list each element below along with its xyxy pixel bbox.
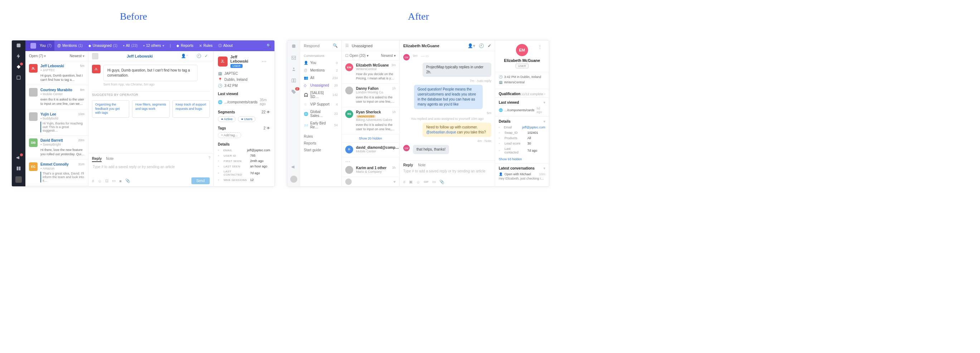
logo-icon[interactable]	[291, 43, 297, 49]
megaphone-icon[interactable]	[291, 164, 297, 170]
nav-item--sales-sd-[interactable]: 🎧[SALES] SD…142	[300, 89, 341, 100]
details-header[interactable]: Details	[499, 119, 511, 123]
bookmark-icon[interactable]: ▣	[409, 180, 412, 184]
composer-input[interactable]: Type # to add a saved reply or try sendi…	[403, 167, 491, 180]
conversation-footer-item[interactable]: Karim and 1 other3hMario & Company	[342, 163, 399, 177]
conversation-item[interactable]: JLJeff Lebowski5m▪JAPTECHi guys, Dumb qu…	[25, 61, 88, 85]
tag-icon[interactable]: 2	[291, 89, 297, 95]
topbar-all[interactable]: ▪All(23)	[120, 40, 140, 51]
tab-reply[interactable]: Reply	[403, 163, 413, 167]
filter-open[interactable]: ☐ Open (20) ▾	[345, 54, 369, 57]
nav-item-early-bird-re-[interactable]: 📨Early Bird Re…54	[300, 119, 341, 131]
more-icon[interactable]: ⋯	[258, 57, 270, 66]
chevron-down-icon[interactable]: ▾	[544, 100, 545, 105]
add-tag-button[interactable]: + Add tag…	[218, 132, 241, 138]
send-button[interactable]: Send	[191, 177, 210, 184]
chevron-right-icon[interactable]: ›	[544, 92, 545, 96]
conversation-item[interactable]: Yujin Lee10m▪buddybuildHi Yujin, thanks …	[25, 110, 88, 135]
mention[interactable]: @sebastian.duque	[426, 130, 456, 134]
box-icon[interactable]	[16, 75, 21, 81]
conversation-item[interactable]: Courtney Murabito8m▪Mobile Centereven th…	[25, 85, 88, 109]
show-hidden-link[interactable]: Show 93 hidden	[495, 157, 549, 163]
emoji-icon[interactable]: ☺	[98, 179, 102, 183]
gif-icon[interactable]: ⊡	[105, 178, 108, 183]
hash-icon[interactable]: #	[92, 179, 94, 183]
conversation-item[interactable]: DBDavid Barrett20m▪SweepBrightHi there, …	[25, 135, 88, 159]
menu-icon[interactable]: ☰	[345, 43, 349, 48]
image-icon[interactable]: ▭	[112, 178, 116, 183]
attachment-icon[interactable]: 📎	[439, 180, 444, 184]
segment-pill[interactable]: ● Active	[218, 116, 236, 122]
more-icon[interactable]: ⋯	[342, 157, 399, 163]
inbox-icon[interactable]	[291, 55, 297, 60]
megaphone-icon[interactable]	[16, 155, 21, 161]
more-icon[interactable]: ⋮	[534, 43, 546, 51]
nav-item-global-sales-[interactable]: 🌐Global Sales…23	[300, 108, 341, 119]
heart-icon[interactable]: ♥	[393, 180, 396, 184]
nav-item-unassigned[interactable]: ◇Unassigned20	[300, 81, 341, 89]
snooze-icon[interactable]: 🕘	[196, 54, 202, 58]
nav-item-vip-support[interactable]: ☆VIP Support4	[300, 100, 341, 108]
qualification-header[interactable]: Qualification	[499, 92, 520, 96]
suggestion-card[interactable]: Keep track of support requests and bugs	[172, 100, 210, 118]
sort-newest[interactable]: Newest ▾	[381, 54, 396, 57]
tag-icon[interactable]	[16, 64, 21, 70]
topbar-you[interactable]: You(7)	[25, 40, 54, 51]
nav-link[interactable]: Reports	[304, 140, 338, 146]
nav-item-mentions[interactable]: @Mentions2	[300, 67, 341, 74]
topbar-about[interactable]: ⓘAbout	[215, 40, 235, 51]
conversation-item[interactable]: RSRyan Sherlock UNSNOOZED1hBiking Advent…	[342, 107, 399, 135]
snooze-icon[interactable]: 🕘	[479, 43, 484, 48]
conversation-item[interactable]: ZZandi30m▪Kentico Cloud	[25, 186, 88, 186]
nav-item-all[interactable]: 👥All234	[300, 74, 341, 81]
suggestion-card[interactable]: How filters, segments and tags work	[132, 100, 169, 118]
show-hidden-link[interactable]: Show 20 hidden	[342, 135, 399, 143]
nav-link[interactable]: Rules	[304, 133, 338, 140]
composer-input[interactable]: Type # to add a saved reply or try sendi…	[92, 162, 210, 177]
image-icon[interactable]: ▭	[432, 180, 436, 184]
segment-pill[interactable]: ● Users	[238, 116, 256, 122]
topbar-others[interactable]: ▪12 others▾	[141, 40, 167, 51]
user-avatar[interactable]	[290, 176, 298, 183]
lightning-icon[interactable]	[16, 53, 21, 59]
gif-icon[interactable]: GIF	[424, 180, 428, 183]
topbar-unassigned[interactable]: ◆Unassigned(1)	[86, 40, 120, 51]
topbar-reports[interactable]: ◆Reports	[173, 40, 196, 51]
nav-link[interactable]: Start guide	[304, 146, 338, 153]
video-icon[interactable]: ■	[119, 179, 122, 183]
help-icon[interactable]: ?	[208, 156, 210, 160]
topbar-mentions[interactable]: @Mentions(1)	[54, 40, 86, 51]
conversation-item[interactable]: EMElizabeth McGuane3mWritersCentralHow d…	[342, 60, 399, 84]
eye-icon[interactable]: 👁	[267, 110, 270, 114]
tab-reply[interactable]: Reply	[92, 156, 102, 162]
sort-newest[interactable]: Newest ▾	[70, 54, 84, 58]
emoji-icon[interactable]: ☺	[416, 180, 420, 184]
assign-icon[interactable]: 👤▾	[468, 43, 475, 48]
last-viewed-header[interactable]: Last viewed	[499, 100, 519, 105]
search-icon[interactable]: 🔍	[333, 43, 338, 48]
topbar-rules[interactable]: ⤭Rules	[196, 40, 215, 51]
nav-item-you[interactable]: 👤You0	[300, 59, 341, 67]
filter-open[interactable]: Open (7) ▾	[29, 54, 46, 58]
followers-avatar[interactable]	[345, 178, 352, 185]
agent-avatar[interactable]	[92, 53, 99, 59]
attachment-icon[interactable]: 📎	[125, 178, 130, 183]
latest-conv-header[interactable]: Latest conversations	[499, 166, 535, 170]
user-avatar[interactable]	[15, 176, 22, 183]
search-icon[interactable]: 🔍	[263, 44, 274, 48]
chevron-down-icon[interactable]: ▾	[544, 119, 545, 123]
conversation-item[interactable]: Danny Fallon1hLondon Moving Co.even tho …	[342, 84, 399, 107]
add-participant-icon[interactable]: 👤⁺	[181, 54, 188, 58]
book-icon[interactable]	[16, 165, 21, 171]
conversation-item[interactable]: ECEmmet Connolly31m▪AmazonThat's a great…	[25, 159, 88, 186]
logo-icon[interactable]	[16, 43, 21, 48]
close-icon[interactable]: ✓	[202, 54, 210, 58]
close-icon[interactable]: ✓	[488, 43, 491, 48]
tab-note[interactable]: Note	[106, 156, 113, 162]
eye-icon[interactable]: 👁	[267, 126, 270, 130]
suggestion-card[interactable]: Organizing the feedback you get with tag…	[92, 100, 129, 118]
hash-icon[interactable]: #	[403, 180, 406, 184]
tab-note[interactable]: Note	[418, 163, 425, 167]
book-icon[interactable]	[291, 78, 297, 83]
conversation-item[interactable]: Ddavid_diamond@comp…1hMobile Center	[342, 143, 399, 157]
